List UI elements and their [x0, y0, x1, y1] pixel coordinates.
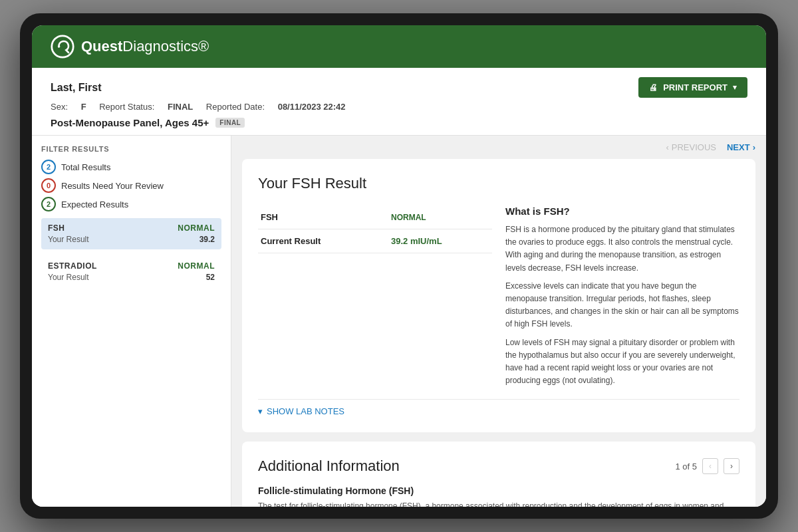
current-result-value: 39.2 mIU/mL	[388, 229, 492, 253]
page-prev-button[interactable]: ‹	[702, 458, 718, 474]
fsh-name: FSH	[48, 223, 65, 233]
patient-meta: Sex: F Report Status: FINAL Reported Dat…	[51, 102, 747, 112]
panel-row: Post-Menopause Panel, Ages 45+ FINAL	[51, 117, 747, 135]
estradiol-status: NORMAL	[178, 261, 215, 271]
svg-point-1	[58, 45, 61, 48]
show-lab-notes-button[interactable]: ▾ SHOW LAB NOTES	[258, 399, 739, 416]
screen: QuestDiagnostics® Last, First 🖨 PRINT RE…	[32, 25, 766, 507]
filter-needs-review[interactable]: 0 Results Need Your Review	[41, 178, 221, 193]
fsh-sub-value: 39.2	[200, 235, 215, 244]
fsh-info-box: What is FSH? FSH is a hormone produced b…	[505, 205, 739, 392]
previous-button[interactable]: ‹ PREVIOUS	[666, 142, 716, 152]
fsh-test-name: FSH	[258, 205, 378, 229]
reported-date: Reported Date: 08/11/2023 22:42	[206, 102, 346, 112]
device-frame: QuestDiagnostics® Last, First 🖨 PRINT RE…	[20, 13, 778, 519]
fsh-table: FSH NORMAL Current Result 39.2 mIU/mL	[258, 205, 492, 253]
right-panel: ‹ PREVIOUS NEXT › Your FSH Result	[231, 136, 766, 507]
chevron-down-icon: ▾	[258, 406, 263, 416]
logo: QuestDiagnostics®	[51, 35, 209, 59]
expected-results-label: Expected Results	[61, 200, 128, 209]
additional-title: Additional Information	[258, 458, 400, 475]
fsh-header-row: FSH NORMAL	[258, 205, 492, 229]
fsh-current-row: Current Result 39.2 mIU/mL	[258, 229, 492, 253]
app-header: QuestDiagnostics®	[32, 25, 766, 68]
pagination-text: 1 of 5	[675, 462, 697, 471]
patient-bar: Last, First 🖨 PRINT REPORT ▾ Sex: F Repo…	[32, 68, 766, 136]
print-report-button[interactable]: 🖨 PRINT REPORT ▾	[638, 77, 747, 98]
lab-notes-label: SHOW LAB NOTES	[267, 406, 344, 416]
total-results-badge: 2	[41, 160, 56, 174]
fsh-two-col: FSH NORMAL Current Result 39.2 mIU/mL	[258, 205, 739, 392]
next-button[interactable]: NEXT ›	[727, 142, 755, 152]
page-next-button[interactable]: ›	[724, 458, 739, 474]
sex-label: Sex: F	[51, 102, 86, 112]
fsh-result-card[interactable]: FSH NORMAL Your Result 39.2	[41, 218, 221, 249]
print-report-label: PRINT REPORT	[663, 82, 728, 92]
fsh-sub-label: Your Result	[48, 235, 89, 244]
fsh-info-title: What is FSH?	[505, 205, 739, 217]
previous-label: PREVIOUS	[672, 142, 716, 152]
estradiol-result-card[interactable]: ESTRADIOL NORMAL Your Result 52	[41, 256, 221, 287]
total-results-label: Total Results	[61, 162, 110, 172]
fsh-result-section: Your FSH Result FSH NORMAL Current R	[242, 159, 755, 432]
estradiol-sub-value: 52	[206, 273, 215, 282]
fsh-info-p1: FSH is a hormone produced by the pituita…	[505, 223, 739, 275]
fsh-section-title: Your FSH Result	[258, 175, 739, 192]
print-icon: 🖨	[649, 82, 658, 92]
final-badge: FINAL	[215, 118, 245, 128]
main-content: FILTER RESULTS 2 Total Results 0 Results…	[32, 136, 766, 507]
current-result-label: Current Result	[258, 229, 378, 253]
filter-total-results[interactable]: 2 Total Results	[41, 160, 221, 174]
svg-point-0	[52, 36, 73, 57]
patient-name-row: Last, First 🖨 PRINT REPORT ▾	[51, 77, 747, 98]
status-label: Report Status: FINAL	[99, 102, 193, 112]
additional-info-section: Additional Information 1 of 5 ‹ › Follic…	[242, 442, 755, 507]
chevron-right-icon: ›	[753, 142, 755, 152]
additional-header: Additional Information 1 of 5 ‹ ›	[258, 458, 739, 475]
fsh-status: NORMAL	[178, 223, 215, 233]
next-label: NEXT	[727, 142, 750, 152]
nav-bar: ‹ PREVIOUS NEXT ›	[242, 136, 755, 159]
pagination: 1 of 5 ‹ ›	[675, 458, 739, 474]
additional-description: The test for follicle-stimulating hormon…	[258, 500, 739, 507]
fsh-test-status: NORMAL	[388, 205, 492, 229]
estradiol-sub-label: Your Result	[48, 273, 89, 282]
logo-text: QuestDiagnostics®	[81, 38, 209, 55]
patient-name: Last, First	[51, 82, 101, 94]
quest-logo-icon	[51, 35, 74, 59]
additional-sub-title: Follicle-stimulating Hormone (FSH)	[258, 485, 739, 496]
filter-expected-results[interactable]: 2 Expected Results	[41, 197, 221, 211]
needs-review-label: Results Need Your Review	[61, 181, 164, 191]
sidebar: FILTER RESULTS 2 Total Results 0 Results…	[32, 136, 231, 507]
chevron-left-icon: ‹	[666, 142, 668, 152]
chevron-down-icon: ▾	[733, 83, 737, 92]
fsh-info-p2: Excessive levels can indicate that you h…	[505, 280, 739, 331]
filter-label: FILTER RESULTS	[41, 145, 221, 153]
panel-title: Post-Menopause Panel, Ages 45+	[51, 117, 209, 128]
needs-review-badge: 0	[41, 178, 56, 193]
estradiol-name: ESTRADIOL	[48, 261, 97, 271]
fsh-table-col: FSH NORMAL Current Result 39.2 mIU/mL	[258, 205, 492, 392]
fsh-info-p3: Low levels of FSH may signal a pituitary…	[505, 336, 739, 388]
expected-results-badge: 2	[41, 197, 56, 211]
